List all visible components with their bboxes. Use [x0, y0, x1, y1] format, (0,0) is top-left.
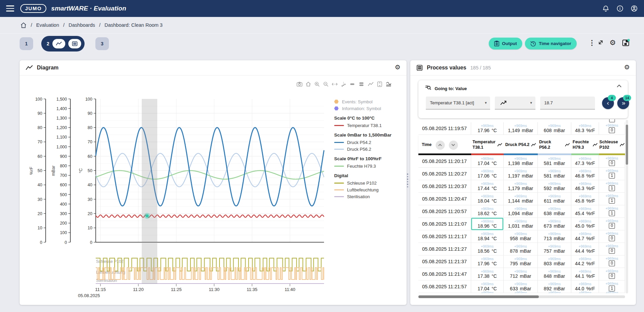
- legend-symbol-item[interactable]: Events: Symbol: [334, 98, 404, 105]
- navbar-icons: [602, 0, 638, 17]
- svg-text:20: 20: [88, 211, 92, 216]
- svg-text:60: 60: [88, 154, 92, 159]
- table-row[interactable]: 05.08.2025 11:20:57+969ms18.62°C+969ms1,…: [418, 205, 625, 218]
- table-row[interactable]: 05.08.2025 11:21:47+969ms17.38°C+969ms71…: [418, 268, 625, 280]
- process-values-gear-icon[interactable]: ⚙: [624, 63, 630, 71]
- table-row[interactable]: 05.08.2025 11:20:47+969ms18.04°C+969ms1,…: [418, 193, 625, 205]
- page-settings-gear-icon[interactable]: ⚙: [610, 39, 616, 47]
- app-title: smartWARE · Evaluation: [51, 5, 126, 12]
- table-row[interactable]: 05.08.2025 11:20:27+969ms17.06°C+969ms1,…: [418, 168, 625, 180]
- value-cell: +969ms45.8%rF: [571, 193, 599, 205]
- value-cell: +969ms48.3%rF: [571, 122, 599, 134]
- ms-offset: +969ms: [548, 282, 561, 286]
- legend-series-item[interactable]: Temperatur T38.1: [334, 122, 404, 129]
- svg-text:100: 100: [85, 97, 92, 102]
- panel-resize-handle[interactable]: [407, 173, 408, 187]
- legend-symbol-item[interactable]: Information: Symbol: [334, 105, 404, 112]
- legend-scale-title: Scale 0%rF to 100%rF: [334, 156, 404, 161]
- home-icon[interactable]: [20, 22, 27, 28]
- table-horizontal-scrollbar[interactable]: [418, 295, 625, 298]
- goto-previous-button[interactable]: ‹ 4: [602, 97, 614, 109]
- sort-down-button[interactable]: [449, 141, 458, 150]
- time-cell: 05.08.2025 11:20:47: [418, 193, 471, 205]
- save-dashboard-icon[interactable]: [622, 39, 630, 48]
- legend-series-item[interactable]: Luftbefeuchtung: [334, 186, 404, 193]
- table-row[interactable]: 05.08.2025 11:19:57+969ms17.96°C+969ms1,…: [418, 122, 625, 135]
- time-cell: 05.08.2025 11:20:17: [418, 155, 471, 167]
- collapse-chevron-icon[interactable]: [617, 84, 622, 88]
- value-input[interactable]: 18.7: [540, 97, 595, 109]
- tab-page-1[interactable]: 1: [20, 37, 33, 50]
- svg-text:200: 200: [60, 221, 67, 226]
- ms-offset: +969ms: [481, 169, 494, 173]
- condition-select[interactable]: ▾: [495, 97, 535, 109]
- table-row[interactable]: 05.08.2025 11:20:37+969ms17.44°C+969ms1,…: [418, 180, 625, 193]
- ms-offset: +969ms: [514, 207, 527, 211]
- goto-next-button[interactable]: » 14: [617, 97, 629, 109]
- ms-offset: +969ms: [514, 282, 527, 286]
- series-color-line: [334, 183, 344, 184]
- value-cell: +969ms1,149mBar: [504, 122, 538, 134]
- sort-up-button[interactable]: [436, 141, 445, 150]
- series-line-icon: [593, 142, 598, 148]
- table-row[interactable]: 05.08.2025 11:21:27+969ms18.56°C+969ms87…: [418, 243, 625, 255]
- table-row[interactable]: 05.08.2025 11:21:37+969ms17.96°C+969ms79…: [418, 255, 625, 268]
- svg-text:800: 800: [60, 164, 67, 168]
- notifications-bell-icon[interactable]: [602, 5, 610, 12]
- legend-series-item[interactable]: Sterilisation: [334, 193, 404, 200]
- diagram-view-toggle[interactable]: [52, 39, 65, 48]
- value-cell: +969ms18.96°C: [471, 218, 504, 230]
- rows-above-header: 05.08.2025 11:19:57+969ms17.96°C+969ms1,…: [418, 119, 625, 135]
- breadcrumb-dashboards[interactable]: Dashboards: [69, 22, 95, 28]
- output-button[interactable]: Output: [489, 38, 522, 49]
- value-cell: +969ms958mBar: [504, 230, 538, 243]
- signal-select[interactable]: Temperatur T38.1 [act] ▾: [426, 97, 490, 109]
- value-cell: +969ms0: [599, 122, 625, 134]
- ms-offset: +969ms: [548, 169, 561, 173]
- legend-series-item[interactable]: Feuchte H79.3: [334, 163, 404, 169]
- tab-page-2-active[interactable]: 2: [41, 36, 85, 51]
- account-icon[interactable]: [630, 5, 638, 12]
- digital-value-box: 0: [609, 273, 615, 279]
- more-options-kebab-icon[interactable]: ⋮: [589, 39, 595, 47]
- table-row[interactable]: 05.08.2025 11:21:17+969ms18.94°C+969ms95…: [418, 230, 625, 243]
- ms-offset: +969ms: [514, 182, 527, 186]
- legend-scale-title: Scale 0mBar to 1,500mBar: [334, 132, 404, 138]
- table-vertical-scrollbar[interactable]: [626, 120, 628, 293]
- column-header[interactable]: Druck P56.2: [538, 135, 571, 155]
- time-navigator-button[interactable]: Time navigator: [525, 38, 577, 49]
- value-cell: +969ms45.0%rF: [571, 218, 599, 230]
- goto-value-card: Going to: Value Temperatur T38.1 [act] ▾…: [418, 80, 628, 118]
- breadcrumb-evaluation[interactable]: Evaluation: [36, 22, 59, 28]
- table-row[interactable]: 05.08.2025 11:21:07+969ms18.96°C+969ms1,…: [418, 218, 625, 230]
- info-icon[interactable]: [616, 5, 624, 12]
- series-color-line: [334, 196, 344, 197]
- table-view-toggle[interactable]: [68, 39, 81, 48]
- hamburger-menu-icon[interactable]: [6, 5, 14, 12]
- ms-offset: +969ms: [548, 232, 561, 236]
- fullscreen-expand-icon[interactable]: [597, 39, 604, 47]
- digital-value-box: 1: [609, 198, 615, 204]
- chevron-down-icon: ▾: [530, 101, 532, 105]
- column-header[interactable]: Druck P54.2: [504, 135, 538, 155]
- ms-offset: +969ms: [548, 124, 561, 128]
- legend-series-item[interactable]: Druck P54.2: [334, 139, 404, 146]
- ms-offset: +969ms: [605, 207, 618, 210]
- legend-series-item[interactable]: Druck P56.2: [334, 146, 404, 152]
- time-cell: 05.08.2025 11:19:57: [418, 122, 471, 134]
- column-header[interactable]: Schleuse P102: [599, 135, 625, 155]
- table-row[interactable]: 05.08.2025 11:20:17+969ms17.04°C+969ms1,…: [418, 155, 625, 168]
- column-header[interactable]: Temperatur T38.1: [471, 135, 504, 155]
- value-cell: +969ms17.96°C: [471, 255, 504, 268]
- svg-text:10: 10: [38, 226, 42, 230]
- process-values-panel: Process values 185 / 185 ⚙ Going to: Val…: [410, 60, 636, 305]
- jumo-logo: JUMO: [20, 4, 46, 13]
- column-header-time[interactable]: Time: [418, 135, 471, 155]
- column-header[interactable]: Feuchte H79.3: [571, 135, 599, 155]
- tab-page-3[interactable]: 3: [95, 37, 109, 50]
- legend-series-item[interactable]: Schleuse P102: [334, 180, 404, 186]
- svg-text:80: 80: [38, 125, 42, 130]
- value-cell: +969ms18.56°C: [471, 243, 504, 255]
- value-cell: +969ms638mBar: [538, 205, 571, 217]
- value-cell: +969ms44.1%rF: [571, 268, 599, 280]
